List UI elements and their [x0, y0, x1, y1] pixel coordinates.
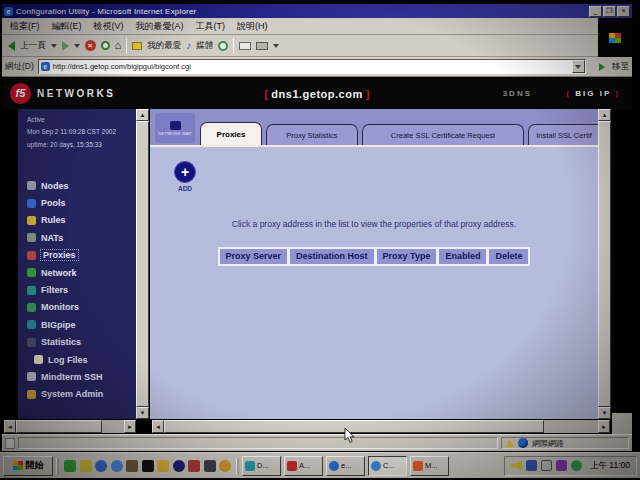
go-button[interactable]: 移至	[599, 61, 629, 73]
quicklaunch-icon-7[interactable]	[157, 460, 169, 472]
sidebar-item-pools[interactable]: Pools	[18, 194, 136, 211]
quicklaunch-icon-2[interactable]	[80, 460, 92, 472]
stop-icon[interactable]: ×	[85, 40, 96, 51]
task-window-button-4[interactable]: C...	[368, 456, 407, 476]
sidebar-vertical-scrollbar[interactable]: ▲ ▼	[136, 109, 149, 419]
quicklaunch-icon-11[interactable]	[219, 460, 231, 472]
toolbar: 上一頁 × ⌂ 我的最愛 ♪ 媒體	[2, 35, 598, 57]
print-icon[interactable]	[256, 42, 268, 50]
add-proxy-button[interactable]: + ADD	[172, 161, 198, 192]
column-header-proxy-server: Proxy Server	[218, 247, 289, 266]
sidebar-item-log-files[interactable]: Log Files	[18, 351, 136, 368]
scroll-right-icon[interactable]: ►	[124, 420, 136, 433]
task-window-button-2[interactable]: A...	[284, 456, 323, 476]
sidebar-item-rules[interactable]: Rules	[18, 212, 136, 229]
scroll-up-icon[interactable]: ▲	[136, 109, 149, 121]
column-header-delete: Delete	[487, 247, 530, 266]
menu-view[interactable]: 檢視(V)	[94, 20, 124, 33]
windows-flag-icon	[13, 461, 23, 470]
quicklaunch-icon-4[interactable]	[111, 460, 123, 472]
sidebar-item-nats[interactable]: NATs	[18, 229, 136, 246]
taskband-divider	[236, 458, 239, 474]
main-vertical-scrollbar[interactable]: ▲ ▼	[598, 109, 611, 419]
back-icon[interactable]	[8, 41, 15, 51]
media-icon[interactable]: ♪	[186, 40, 191, 51]
menu-bar: 檔案(F) 編輯(E) 檢視(V) 我的最愛(A) 工具(T) 說明(H)	[2, 18, 598, 35]
sidebar-item-nodes[interactable]: Nodes	[18, 177, 136, 194]
url-box: e	[38, 59, 586, 74]
sidebar-horizontal-scrollbar[interactable]: ◄ ►	[4, 420, 136, 433]
sidebar-item-bigpipe[interactable]: BIGpipe	[18, 316, 136, 333]
taskbar-clock[interactable]: 上午 11:00	[590, 460, 630, 472]
tab-proxy-statistics[interactable]: Proxy Statistics	[266, 124, 358, 145]
tab-create-ssl-certificate-request[interactable]: Create SSL Certificate Request	[362, 124, 524, 145]
forward-icon[interactable]	[62, 41, 69, 51]
proxies-icon	[27, 251, 36, 260]
menu-edit[interactable]: 編輯(E)	[52, 20, 82, 33]
media-button[interactable]: 媒體	[196, 40, 213, 52]
back-button[interactable]: 上一頁	[20, 40, 46, 52]
quick-launch-bar	[62, 460, 233, 472]
close-button[interactable]: ×	[617, 6, 630, 17]
network-map-button[interactable]: NETWORK MAP	[155, 113, 195, 143]
task-window-button-1[interactable]: D...	[242, 456, 281, 476]
quicklaunch-icon-6[interactable]	[142, 460, 154, 472]
scroll-down-icon[interactable]: ▼	[136, 407, 149, 419]
quicklaunch-icon-9[interactable]	[188, 460, 200, 472]
menu-file[interactable]: 檔案(F)	[10, 20, 40, 33]
start-button[interactable]: 開始	[3, 456, 53, 476]
display-icon[interactable]	[541, 460, 552, 471]
quicklaunch-icon-5[interactable]	[126, 460, 138, 472]
forward-dropdown-icon[interactable]	[74, 44, 80, 51]
ie-window-icon: e	[4, 7, 13, 16]
sidebar-item-proxies[interactable]: Proxies	[18, 247, 136, 264]
quicklaunch-icon-10[interactable]	[204, 460, 216, 472]
scroll-up-icon[interactable]: ▲	[598, 109, 611, 121]
home-icon[interactable]: ⌂	[115, 40, 122, 51]
tab-install-ssl-certificate[interactable]: Install SSL Certif	[528, 124, 600, 145]
sidebar-item-network[interactable]: Network	[18, 264, 136, 281]
quicklaunch-icon-8[interactable]	[173, 460, 185, 472]
quicklaunch-icon-3[interactable]	[95, 460, 107, 472]
scroll-right-icon[interactable]: ►	[598, 420, 610, 433]
main-horizontal-scrollbar[interactable]: ◄ ►	[152, 420, 610, 433]
sidebar-item-mindterm-ssh[interactable]: Mindterm SSH	[18, 368, 136, 385]
scroll-thumb[interactable]	[598, 121, 611, 407]
mail-icon[interactable]	[239, 42, 251, 50]
scroll-left-icon[interactable]: ◄	[152, 420, 164, 433]
refresh-icon[interactable]	[101, 41, 110, 50]
url-dropdown-button[interactable]	[572, 60, 585, 73]
status-uptime: uptime: 20 days, 15:35:33	[27, 139, 136, 151]
menu-help[interactable]: 說明(H)	[237, 20, 268, 33]
sidebar-item-monitors[interactable]: Monitors	[18, 299, 136, 316]
screen: e Configuration Utility - Microsoft Inte…	[0, 0, 640, 480]
edit-dropdown-icon[interactable]	[273, 44, 279, 51]
task-window-button-5[interactable]: M...	[410, 456, 449, 476]
quicklaunch-icon-1[interactable]	[64, 460, 76, 472]
restore-button[interactable]: ❐	[603, 6, 616, 17]
favorites-button[interactable]: 我的最愛	[147, 40, 181, 52]
history-icon[interactable]	[218, 41, 228, 51]
favorites-icon[interactable]	[132, 42, 142, 50]
address-label: 網址(D)	[5, 61, 34, 73]
volume-icon[interactable]	[511, 460, 522, 471]
sidebar-item-system-admin[interactable]: System Admin	[18, 386, 136, 403]
tray-icon-5[interactable]	[571, 460, 582, 471]
scroll-thumb[interactable]	[16, 420, 102, 433]
sidebar-item-statistics[interactable]: Statistics	[18, 334, 136, 351]
task-icon	[245, 461, 255, 471]
scroll-down-icon[interactable]: ▼	[598, 407, 611, 419]
sidebar-item-filters[interactable]: Filters	[18, 281, 136, 298]
tray-icon-4[interactable]	[556, 460, 567, 471]
device-hostname: [ dns1.getop.com ]	[2, 88, 632, 100]
scroll-thumb[interactable]	[136, 121, 149, 407]
minimize-button[interactable]: _	[589, 6, 602, 17]
scroll-left-icon[interactable]: ◄	[4, 420, 16, 433]
menu-tools[interactable]: 工具(T)	[196, 20, 226, 33]
menu-favorites[interactable]: 我的最愛(A)	[136, 20, 184, 33]
tray-icon-2[interactable]	[526, 460, 537, 471]
tab-proxies[interactable]: Proxies	[200, 122, 262, 145]
url-input[interactable]	[53, 62, 563, 71]
back-dropdown-icon[interactable]	[51, 44, 57, 51]
task-window-button-3[interactable]: e...	[326, 456, 365, 476]
